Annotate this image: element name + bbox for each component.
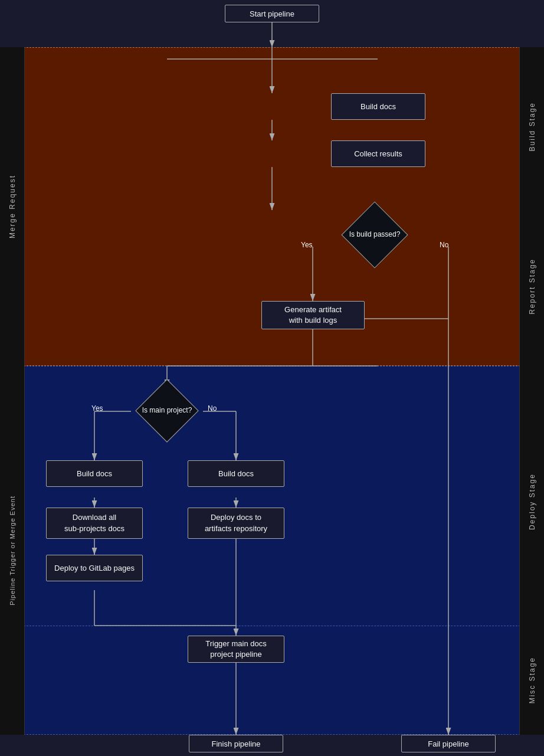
deploy-stage-label-area: Deploy Stage xyxy=(519,366,544,637)
no-label-build: No xyxy=(440,241,448,249)
yes-label-build: Yes xyxy=(301,241,313,249)
build-docs-no-node: Build docs xyxy=(188,460,284,487)
collect-results-node: Collect results xyxy=(331,140,425,167)
report-stage-label-area: Report Stage xyxy=(519,207,544,366)
build-docs-main-node: Build docs xyxy=(331,93,425,120)
yes-label-deploy: Yes xyxy=(91,404,103,413)
trigger-left-label: Pipeline Trigger or Merge Event xyxy=(9,496,16,606)
deploy-stage-label: Deploy Stage xyxy=(528,473,536,530)
download-all-label: Download all sub-projects docs xyxy=(64,512,124,534)
build-docs-no-label: Build docs xyxy=(218,469,254,478)
build-stage-label-area: Build Stage xyxy=(519,47,544,207)
merge-request-left-label-area: Merge Request xyxy=(0,47,25,366)
finish-pipeline-label: Finish pipeline xyxy=(211,739,260,748)
is-main-project-label-container: Is main project? xyxy=(130,391,204,430)
diagram-container: Build Stage Report Stage Deploy Stage Mi… xyxy=(0,0,544,756)
misc-stage-label: Misc Stage xyxy=(528,657,536,703)
build-stage-label: Build Stage xyxy=(528,102,536,151)
deploy-to-gitlab-node: Deploy to GitLab pages xyxy=(46,555,143,581)
build-docs-yes-label: Build docs xyxy=(77,469,112,478)
trigger-main-label: Trigger main docs project pipeline xyxy=(205,639,267,660)
finish-pipeline-node: Finish pipeline xyxy=(189,735,283,752)
no-label-deploy: No xyxy=(208,404,217,413)
download-all-node: Download all sub-projects docs xyxy=(46,508,143,539)
merge-request-left-label: Merge Request xyxy=(8,175,17,238)
is-main-project-label: Is main project? xyxy=(142,406,192,415)
misc-stage-label-area: Misc Stage xyxy=(519,626,544,735)
start-pipeline-node: Start pipeline xyxy=(225,5,319,22)
collect-results-label: Collect results xyxy=(354,149,402,158)
trigger-main-node: Trigger main docs project pipeline xyxy=(188,636,284,663)
deploy-to-artifacts-label: Deploy docs to artifacts repository xyxy=(205,512,267,534)
build-docs-yes-node: Build docs xyxy=(46,460,143,487)
start-pipeline-label: Start pipeline xyxy=(250,9,294,18)
generate-artifact-node: Generate artifact with build logs xyxy=(261,301,365,329)
build-docs-main-label: Build docs xyxy=(361,102,396,111)
deploy-to-gitlab-label: Deploy to GitLab pages xyxy=(54,564,135,572)
is-build-passed-label-container: Is build passed? xyxy=(339,217,410,253)
deploy-to-artifacts-node: Deploy docs to artifacts repository xyxy=(188,508,284,539)
is-build-passed-label: Is build passed? xyxy=(349,230,401,240)
fail-pipeline-label: Fail pipeline xyxy=(428,739,468,748)
trigger-left-label-area: Pipeline Trigger or Merge Event xyxy=(0,366,25,735)
fail-pipeline-node: Fail pipeline xyxy=(401,735,496,752)
generate-artifact-label: Generate artifact with build logs xyxy=(284,305,342,326)
report-stage-label: Report Stage xyxy=(528,258,536,315)
